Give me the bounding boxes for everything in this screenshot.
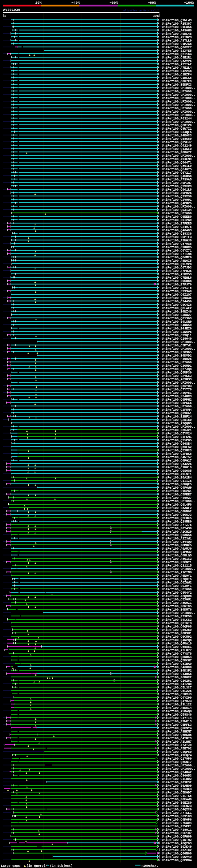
svg-text:UniRef100_A9NWJ9: UniRef100_A9NWJ9: [162, 239, 192, 242]
svg-text:UniRef100_A4QV51: UniRef100_A4QV51: [162, 391, 192, 395]
svg-text:UniRef100_Q179P0: UniRef100_Q179P0: [162, 757, 192, 761]
svg-text:UniRef100_C1C2G1: UniRef100_C1C2G1: [162, 490, 192, 493]
svg-text:UniRef100_B4E0C3: UniRef100_B4E0C3: [162, 134, 192, 137]
svg-text:UniRef100_Q86M20: UniRef100_Q86M20: [162, 256, 192, 259]
svg-text:UniRef100_Q7YST8: UniRef100_Q7YST8: [162, 652, 192, 655]
svg-text:UniRef100_Q8T6T3: UniRef100_Q8T6T3: [162, 622, 192, 625]
svg-text:UniRef100_O42249: UniRef100_O42249: [162, 144, 192, 148]
svg-text:UniRef100_C4LU92: UniRef100_C4LU92: [162, 777, 192, 781]
svg-text:UniRef100_Q60FS2: UniRef100_Q60FS2: [162, 445, 192, 449]
svg-text:UniRef100_C4QP68: UniRef100_C4QP68: [162, 625, 192, 628]
svg-text:UniRef100_B7FKR5: UniRef100_B7FKR5: [162, 222, 192, 225]
svg-text:UniRef100_Q6FW89: UniRef100_Q6FW89: [162, 835, 192, 838]
svg-text:UniRef100_Q5DCH7: UniRef100_Q5DCH7: [162, 659, 192, 662]
svg-text:UniRef100_C6ZQW2: UniRef100_C6ZQW2: [162, 581, 192, 584]
svg-text:UniRef100_C8YZ71: UniRef100_C8YZ71: [162, 249, 192, 252]
svg-text:UniRef100_C4PG27: UniRef100_C4PG27: [162, 459, 192, 463]
svg-text:UniRef100_B0WV40: UniRef100_B0WV40: [162, 856, 192, 859]
svg-text:UniRef100_B7G365: UniRef100_B7G365: [162, 351, 192, 354]
svg-text:~60%: ~60%: [109, 1, 118, 5]
svg-text:UniRef100_C5DGD7: UniRef100_C5DGD7: [162, 791, 192, 795]
svg-text:UniRef100_Q86SB4: UniRef100_Q86SB4: [162, 442, 192, 445]
svg-text:UniRef100_C5L225: UniRef100_C5L225: [162, 689, 192, 693]
svg-text:UniRef100_Q864T1: UniRef100_Q864T1: [162, 161, 192, 164]
svg-text:UniRef100_Q6J0Y5: UniRef100_Q6J0Y5: [162, 168, 192, 171]
svg-text:UniRef100_Q01369: UniRef100_Q01369: [162, 317, 192, 320]
svg-text:UniRef100_UPI000..: UniRef100_UPI000..: [162, 425, 195, 429]
svg-text:UniRef100_Q9LV28: UniRef100_Q9LV28: [162, 262, 192, 266]
svg-text:UniRef100_Q39836: UniRef100_Q39836: [162, 297, 192, 300]
svg-text:UniRef100_B8B072: UniRef100_B8B072: [162, 151, 192, 154]
svg-text:UniRef100_A6SBS3: UniRef100_A6SBS3: [162, 378, 192, 381]
svg-text:UniRef100_A2I3W1: UniRef100_A2I3W1: [162, 537, 192, 540]
svg-text:UniRef100_C5E1D7: UniRef100_C5E1D7: [162, 832, 192, 835]
svg-text:UniRef100_Q10281: UniRef100_Q10281: [162, 679, 192, 683]
svg-text:UniRef100_UPI000..: UniRef100_UPI000..: [162, 381, 195, 384]
svg-text:UniRef100_A6N9Y1: UniRef100_A6N9Y1: [162, 574, 192, 578]
svg-text:UniRef100_Q801L8: UniRef100_Q801L8: [162, 188, 192, 191]
svg-text:UniRef100_UPI000..: UniRef100_UPI000..: [162, 100, 195, 103]
svg-text:UniRef100_UPI000..: UniRef100_UPI000..: [162, 120, 195, 124]
svg-text:UniRef100_Q2FBK5: UniRef100_Q2FBK5: [162, 517, 192, 520]
svg-text:UniRef100_Q08G56: UniRef100_Q08G56: [162, 534, 192, 537]
svg-text:UniRef100_Q4DTN2: UniRef100_Q4DTN2: [162, 838, 192, 842]
svg-text:UniRef100_B2CNY1: UniRef100_B2CNY1: [162, 561, 192, 564]
svg-text:UniRef100_C7YT79: UniRef100_C7YT79: [162, 388, 192, 391]
svg-text:UniRef100_Q9W7I1: UniRef100_Q9W7I1: [162, 127, 192, 130]
svg-text:UniRef100_Q21215: UniRef100_Q21215: [162, 564, 192, 567]
svg-text:UniRef100_A3FQ74: UniRef100_A3FQ74: [162, 754, 192, 757]
svg-text:UniRef100_Q6Y217: UniRef100_Q6Y217: [162, 171, 192, 175]
svg-text:UniRef100_C6TJD3: UniRef100_C6TJD3: [162, 266, 192, 270]
svg-text:UniRef100_C5YV24: UniRef100_C5YV24: [162, 432, 192, 435]
svg-text:UniRef100_B8NT05: UniRef100_B8NT05: [162, 605, 192, 608]
svg-text:UniRef100_Q4YX90: UniRef100_Q4YX90: [162, 696, 192, 700]
svg-text:UniRef100_A0AUJ0: UniRef100_A0AUJ0: [162, 547, 192, 551]
svg-text:UniRef100_B4K3F2: UniRef100_B4K3F2: [162, 669, 192, 673]
svg-text:UniRef100_B0X0Y1: UniRef100_B0X0Y1: [162, 584, 192, 588]
svg-text:UniRef100_UPI000..: UniRef100_UPI000..: [162, 405, 195, 408]
svg-text:UniRef100_C0NN62: UniRef100_C0NN62: [162, 510, 192, 513]
svg-text:UniRef100_B4KG59: UniRef100_B4KG59: [162, 323, 192, 327]
svg-text:UniRef100_P49027: UniRef100_P49027: [162, 496, 192, 500]
svg-text:UniRef100_Q8AVP6: UniRef100_Q8AVP6: [162, 59, 192, 63]
svg-text:396: 396: [153, 14, 159, 18]
svg-text:UniRef100_C1I1Z6: UniRef100_C1I1Z6: [162, 479, 192, 483]
svg-text:UniRef100_UPI000..: UniRef100_UPI000..: [162, 500, 195, 503]
svg-text:UniRef100_A7PH35: UniRef100_A7PH35: [162, 270, 192, 273]
svg-text:UniRef100_C0PTF3: UniRef100_C0PTF3: [162, 236, 192, 239]
svg-text:UniRef100_Q4SDS8: UniRef100_Q4SDS8: [162, 175, 192, 178]
svg-text:UniRef100_Q2GUD1: UniRef100_Q2GUD1: [162, 364, 192, 368]
svg-text:UniRef100_A9BKM7: UniRef100_A9BKM7: [162, 730, 192, 734]
svg-text:UniRef100_Q40403: UniRef100_Q40403: [162, 229, 192, 232]
svg-text:UniRef100_Q1WLW3: UniRef100_Q1WLW3: [162, 19, 192, 22]
svg-text:UniRef100_B2BF24: UniRef100_B2BF24: [162, 415, 192, 418]
svg-text:UniRef100_O24456: UniRef100_O24456: [162, 300, 192, 303]
svg-text:UniRef100_Q65YU3: UniRef100_Q65YU3: [162, 384, 192, 388]
svg-text:UniRef100_A8N6I5: UniRef100_A8N6I5: [162, 259, 192, 262]
svg-text:UniRef100_C1BZP4: UniRef100_C1BZP4: [162, 73, 192, 76]
svg-text:UniRef100_Q0CSY4: UniRef100_Q0CSY4: [162, 727, 192, 730]
svg-text:UniRef100_B3RW27: UniRef100_B3RW27: [162, 313, 192, 317]
svg-text:UniRef100_UPI000..: UniRef100_UPI000..: [162, 341, 195, 344]
svg-text:UniRef100_B6AH09: UniRef100_B6AH09: [162, 784, 192, 787]
svg-text:AV391039: AV391039: [3, 8, 20, 12]
svg-text:UniRef100_P93340: UniRef100_P93340: [162, 290, 192, 293]
svg-text:UniRef100_B0EAW0: UniRef100_B0EAW0: [162, 798, 192, 801]
svg-text:UniRef100_B9WK13: UniRef100_B9WK13: [162, 720, 192, 723]
svg-text:UniRef100_A5BV59: UniRef100_A5BV59: [162, 273, 192, 276]
svg-text:UniRef100_C1H819: UniRef100_C1H819: [162, 466, 192, 469]
svg-text:UniRef100_C1E856: UniRef100_C1E856: [162, 26, 192, 29]
svg-text:UniRef100_B0EIS0: UniRef100_B0EIS0: [162, 801, 192, 805]
svg-text:UniRef100_B7FJT0: UniRef100_B7FJT0: [162, 283, 192, 286]
svg-text:UniRef100_C5MFL3: UniRef100_C5MFL3: [162, 723, 192, 727]
svg-text:UniRef100_Q6VEJ7: UniRef100_Q6VEJ7: [162, 141, 192, 144]
svg-text:UniRef100_Q6EEB0: UniRef100_Q6EEB0: [162, 215, 192, 219]
svg-text:UniRef100_B7SP58: UniRef100_B7SP58: [162, 615, 192, 618]
svg-text:UniRef100_Q0GN69: UniRef100_Q0GN69: [162, 852, 192, 856]
svg-text:UniRef100_Q59S46: UniRef100_Q59S46: [162, 713, 192, 716]
svg-text:1: 1: [4, 14, 6, 18]
svg-text:UniRef100_A9TLL0: UniRef100_A9TLL0: [162, 39, 192, 42]
svg-text:UniRef100_O42248: UniRef100_O42248: [162, 70, 192, 73]
svg-text:UniRef100_B6HQX5: UniRef100_B6HQX5: [162, 483, 192, 486]
svg-text:UniRef100_B4IZB0: UniRef100_B4IZB0: [162, 683, 192, 686]
